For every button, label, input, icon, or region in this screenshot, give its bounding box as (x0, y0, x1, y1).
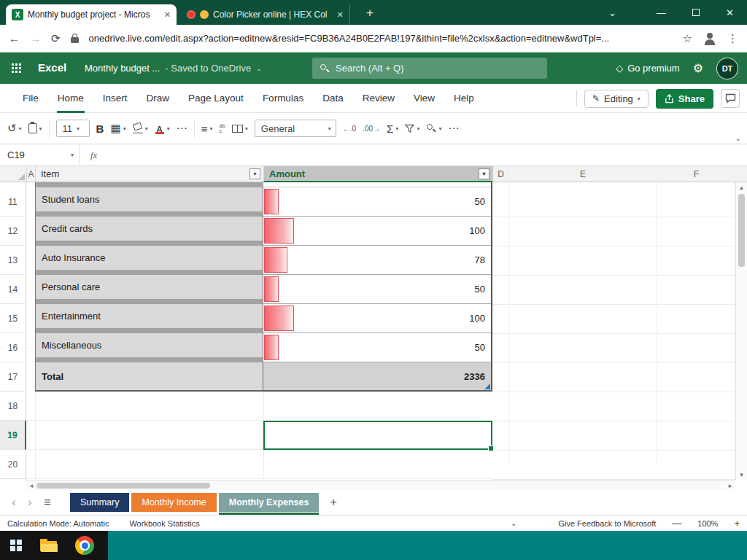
merge-cells-button[interactable]: ▾ (232, 125, 248, 133)
column-header-d[interactable]: D (492, 166, 508, 182)
document-title[interactable]: Monthly budget ... (85, 63, 160, 74)
saved-status[interactable]: - Saved to OneDrive (165, 63, 251, 74)
column-header-e[interactable]: E (508, 166, 657, 182)
zoom-in-button[interactable]: + (734, 518, 740, 529)
ribbon-tab-draw[interactable]: Draw (137, 84, 179, 113)
row-header-14[interactable]: 14 (0, 275, 26, 304)
scroll-down-icon[interactable]: ▾ (736, 470, 747, 480)
sheet-next-icon[interactable]: › (22, 496, 38, 509)
autosum-button[interactable]: Σ▾ (387, 122, 398, 135)
cell-item-16[interactable]: Miscellaneous (36, 333, 263, 362)
row-header-19-selected[interactable]: 19 (0, 421, 26, 450)
name-box[interactable]: C19▾ (0, 144, 80, 166)
filter-button-amount[interactable]: ▾ (479, 168, 489, 179)
maximize-button[interactable] (678, 0, 713, 25)
forward-icon[interactable]: → (30, 32, 41, 44)
align-button[interactable]: ≡▾ (201, 122, 213, 135)
sort-filter-button[interactable]: ▾ (405, 124, 419, 133)
bold-button[interactable]: B (96, 122, 104, 135)
row-header-17[interactable]: 17 (0, 362, 26, 392)
all-sheets-menu-icon[interactable]: ≡ (38, 496, 57, 509)
row-header-20[interactable]: 20 (0, 450, 26, 479)
sheet-tab-monthly-expenses[interactable]: Monthly Expenses (219, 493, 320, 512)
tab-close-icon[interactable]: ✕ (337, 10, 344, 20)
new-tab-button[interactable]: + (362, 5, 378, 21)
sheet-tab-monthly-income[interactable]: Monthly Income (131, 493, 216, 512)
number-format-dropdown[interactable]: General▾ (255, 120, 336, 137)
selected-cell-c19[interactable] (263, 421, 492, 450)
give-feedback-link[interactable]: Give Feedback to Microsoft (558, 519, 656, 528)
status-chevron-icon[interactable]: ⌄ (511, 519, 516, 527)
row-header-13[interactable]: 13 (0, 246, 26, 275)
chevron-down-icon[interactable]: ⌄ (256, 65, 262, 72)
horizontal-scrollbar[interactable]: ◂ ▸ (26, 480, 735, 490)
ribbon-tab-review[interactable]: Review (353, 84, 404, 113)
lock-icon[interactable] (71, 34, 79, 43)
decrease-decimal-button[interactable]: .00→ (363, 125, 380, 133)
ribbon-tab-formulas[interactable]: Formulas (253, 84, 313, 113)
account-avatar[interactable]: DT (716, 58, 738, 79)
sheet-prev-icon[interactable]: ‹ (6, 496, 22, 509)
cell-total-label[interactable]: Total (36, 362, 263, 392)
cell-item-11[interactable]: Student loans (36, 187, 263, 217)
browser-menu-icon[interactable]: ⋮ (727, 32, 738, 45)
column-header-a[interactable]: A (26, 166, 35, 182)
bookmark-star-icon[interactable]: ☆ (683, 32, 692, 45)
browser-tab-excel[interactable]: X Monthly budget project - Micros ✕ (6, 4, 177, 25)
more-toolbar-options[interactable]: ⋯ (448, 122, 459, 135)
sheet-tab-summary[interactable]: Summary (70, 493, 129, 512)
find-button[interactable]: ▾ (426, 123, 441, 133)
close-button[interactable]: ✕ (713, 0, 747, 25)
cell-amount-16[interactable]: 50 (263, 333, 491, 362)
row-header-15[interactable]: 15 (0, 304, 26, 333)
back-icon[interactable]: ← (9, 32, 20, 44)
start-button-icon[interactable] (10, 540, 23, 552)
table-resize-handle[interactable] (484, 384, 490, 389)
go-premium-button[interactable]: ◇ Go premium (616, 63, 680, 74)
ribbon-tab-file[interactable]: File (13, 84, 48, 113)
cell-item-13[interactable]: Auto Insurance (36, 246, 263, 275)
horizontal-scroll-thumb[interactable] (36, 483, 210, 489)
fx-icon[interactable]: fx (90, 149, 97, 161)
ribbon-tab-home[interactable]: Home (48, 84, 93, 113)
cell-total-amount[interactable]: 2336 (263, 362, 491, 392)
app-name[interactable]: Excel (38, 61, 66, 74)
ribbon-tab-data[interactable]: Data (313, 84, 353, 113)
borders-button[interactable]: ▦▾ (110, 122, 125, 135)
file-explorer-icon[interactable] (40, 539, 58, 553)
tab-close-icon[interactable]: ✕ (164, 10, 171, 20)
editing-mode-button[interactable]: ✎ Editing ▾ (584, 90, 649, 108)
tab-search-chevron-icon[interactable]: ⌄ (595, 0, 630, 25)
cell-amount-15[interactable]: 100 (263, 304, 491, 333)
cell-item-15[interactable]: Entertainment (36, 304, 263, 333)
share-button[interactable]: Share (656, 89, 713, 109)
filter-button-item[interactable]: ▾ (249, 168, 260, 179)
browser-tab-colorpicker[interactable]: Color Picker online | HEX Col ✕ (181, 4, 350, 25)
undo-button[interactable]: ↺▾ (7, 122, 22, 135)
column-header-item[interactable]: Item ▾ (35, 166, 263, 182)
cell-amount-11[interactable]: 50 (263, 187, 491, 217)
scroll-up-icon[interactable]: ▴ (736, 182, 747, 192)
search-box[interactable]: Search (Alt + Q) (312, 58, 547, 79)
cell-amount-13[interactable]: 78 (263, 246, 491, 275)
paste-button[interactable]: ▾ (28, 123, 42, 133)
row-header-18[interactable]: 18 (0, 392, 26, 421)
chrome-icon[interactable] (75, 536, 94, 555)
comments-button[interactable] (721, 89, 740, 108)
fill-color-button[interactable]: ▾ (133, 122, 148, 134)
cell-item-14[interactable]: Personal care (36, 275, 263, 304)
wrap-text-button[interactable]: abc (219, 123, 225, 133)
add-sheet-button[interactable]: + (330, 496, 336, 509)
ribbon-tab-help[interactable]: Help (444, 84, 484, 113)
formula-input[interactable] (107, 144, 747, 166)
ribbon-tab-insert[interactable]: Insert (93, 84, 137, 113)
ribbon-tab-pagelayout[interactable]: Page Layout (179, 84, 253, 113)
cell-amount-14[interactable]: 50 (263, 275, 491, 304)
app-launcher-icon[interactable] (12, 63, 14, 66)
reload-icon[interactable]: ⟳ (51, 32, 61, 45)
minimize-button[interactable]: — (644, 0, 678, 25)
url-field[interactable]: onedrive.live.com/edit.aspx?action=editn… (89, 33, 673, 44)
row-header-12[interactable]: 12 (0, 217, 26, 246)
zoom-out-button[interactable]: — (672, 518, 681, 529)
ribbon-collapse-chevron[interactable]: ⌄ (735, 134, 741, 142)
